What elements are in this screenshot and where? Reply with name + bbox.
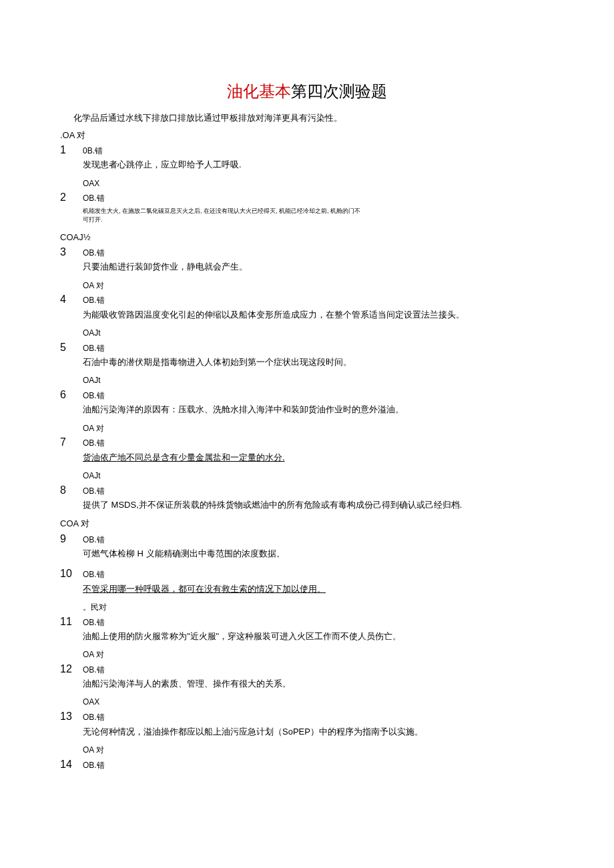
q2-text-line1: 机能发生大火, 在施放二氯化碳豆息灭火之后, 在还没有现认大火已经得灭, 机能己… (83, 207, 360, 214)
question-2: OAX 2 OB.错 机能发生大火, 在施放二氯化碳豆息灭火之后, 在还没有现认… (60, 178, 554, 225)
q9-number: 9 (60, 532, 76, 546)
q2-text: 机能发生大火, 在施放二氯化碳豆息灭火之后, 在还没有现认大火已经得灭, 机能己… (83, 207, 554, 225)
q3-option-b: OB.错 (83, 248, 105, 259)
q4-option-b: OB.错 (83, 295, 105, 306)
q10-number: 10 (60, 566, 76, 581)
q12-option-b: OB.错 (83, 665, 105, 676)
question-10: 10 OB.错 不管采用哪一种呼吸器，都可在没有救生索的情况下加以使用。 (60, 566, 554, 595)
q8-text: 提供了 MSDS,并不保证所装载的特殊货物或燃油中的所有危险或有毒构成份己得到确… (83, 499, 554, 511)
question-12: OA 对 12 OB.错 油船污染海洋与人的素质、管理、操作有很大的关系。 (60, 649, 554, 690)
q6-number: 6 (60, 388, 76, 402)
q2-text-line2: 可打开. (83, 216, 103, 223)
q5-option-b: OB.错 (83, 343, 105, 354)
q2-number: 2 (60, 190, 76, 205)
q1-number: 1 (60, 143, 76, 157)
q12-text: 油船污染海洋与人的素质、管理、操作有很大的关系。 (83, 678, 554, 690)
q6-option-b: OB.错 (83, 390, 105, 402)
question-11: 。民对 11 OB.错 油船上使用的防火服常称为"近火服"，穿这种服装可进入火区… (60, 602, 554, 642)
q2-option-a: OAX (83, 178, 554, 189)
question-7: OA 对 7 OB.错 货油依产地不同总是含有少量金属盐和一定量的水分. (60, 423, 554, 464)
q4-number: 4 (60, 292, 76, 307)
q6-option-a: OAJt (83, 375, 554, 386)
q5-text: 石油中毒的潜伏期是指毒物进入人体初始到第一个症状出现这段时间。 (83, 356, 554, 368)
q9-text: 可燃气体检柳 H 义能精确测出中毒范围的浓度数据。 (83, 548, 554, 560)
q7-text: 货油依产地不同总是含有少量金属盐和一定量的水分. (83, 452, 554, 464)
q13-number: 13 (60, 709, 76, 724)
q6-text: 油船污染海洋的原因有：压载水、洗舱水排入海洋中和装卸货油作业时的意外溢油。 (83, 404, 554, 416)
q10-option-b: OB.错 (83, 569, 105, 580)
q8-number: 8 (60, 483, 76, 498)
page-title: 油化基本第四次测验题 (60, 80, 554, 103)
q7-number: 7 (60, 435, 76, 450)
question-5: OAJt 5 OB.错 石油中毒的潜伏期是指毒物进入人体初始到第一个症状出现这段… (60, 328, 554, 368)
q1-prefix: .OA 对 (60, 129, 554, 141)
q12-option-a: OA 对 (83, 649, 554, 661)
q14-option-a: OA 对 (83, 745, 554, 756)
q13-option-b: OB.错 (83, 712, 105, 723)
q7-option-a: OA 对 (83, 423, 554, 434)
q11-text: 油船上使用的防火服常称为"近火服"，穿这种服装可进入火区工作而不使人员伤亡。 (83, 630, 554, 642)
q4-text: 为能吸收管路因温度变化引起的伸缩以及船体变形所造成应力，在整个管系适当间定设置法… (83, 309, 554, 321)
q12-number: 12 (60, 662, 76, 677)
q2-option-b: OB.错 (83, 193, 105, 204)
question-8: OAJt 8 OB.错 提供了 MSDS,并不保证所装载的特殊货物或燃油中的所有… (60, 470, 554, 511)
q14-option-b: OB.错 (83, 760, 105, 771)
q4-option-a: OA 对 (83, 280, 554, 292)
question-3: COAJ½ 3 OB.错 只要油船进行装卸货作业，静电就会产生。 (60, 232, 554, 274)
q3-prefix: COAJ½ (60, 232, 554, 244)
title-red: 油化基本 (227, 82, 291, 100)
q1-text: 发现患者心跳停止，应立即给予人工呼吸. (83, 159, 554, 171)
q3-text: 只要油船进行装卸货作业，静电就会产生。 (83, 261, 554, 273)
q9-option-b: OB.错 (83, 534, 105, 546)
question-13: OAX 13 OB.错 无论何种情况，溢油操作都应以船上油污应急计划（SoPEP… (60, 697, 554, 737)
q13-text: 无论何种情况，溢油操作都应以船上油污应急计划（SoPEP）中的程序为指南予以实施… (83, 726, 554, 738)
q8-option-a: OAJt (83, 470, 554, 482)
title-black: 第四次测验题 (291, 82, 387, 100)
q7-option-b: OB.错 (83, 438, 105, 449)
question-9: COA 对 9 OB.错 可燃气体检柳 H 义能精确测出中毒范围的浓度数据。 (60, 518, 554, 560)
q10-text: 不管采用哪一种呼吸器，都可在没有救生索的情况下加以使用。 (83, 583, 554, 595)
q11-option-b: OB.错 (83, 617, 105, 628)
question-1: .OA 对 1 0B.错 发现患者心跳停止，应立即给予人工呼吸. (60, 129, 554, 171)
q1-option-b: 0B.错 (83, 145, 103, 157)
question-14: OA 对 14 OB.错 (60, 745, 554, 772)
q5-option-a: OAJt (83, 328, 554, 339)
intro-text: 化学品后通过水线下排放口排放比通过甲板排放对海洋更具有污染性。 (73, 112, 554, 124)
q8-option-b: OB.错 (83, 486, 105, 497)
q11-option-a: 。民对 (83, 602, 554, 613)
q13-option-a: OAX (83, 697, 554, 708)
q14-number: 14 (60, 757, 76, 772)
question-6: OAJt 6 OB.错 油船污染海洋的原因有：压载水、洗舱水排入海洋中和装卸货油… (60, 375, 554, 416)
question-4: OA 对 4 OB.错 为能吸收管路因温度变化引起的伸缩以及船体变形所造成应力，… (60, 280, 554, 321)
q5-number: 5 (60, 340, 76, 355)
q9-prefix: COA 对 (60, 518, 554, 530)
q11-number: 11 (60, 614, 76, 629)
q3-number: 3 (60, 245, 76, 260)
